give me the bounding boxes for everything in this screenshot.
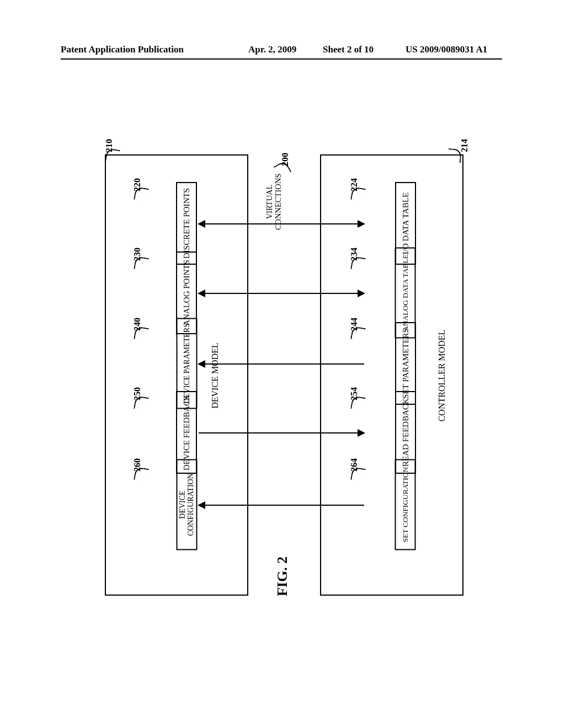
figure-caption: FIG. 2: [274, 556, 291, 596]
ctrl-item-set-configuration: SET CONFIGURATION: [395, 459, 416, 550]
arrow-4: [199, 432, 364, 433]
header-sheet: Sheet 2 of 10: [323, 44, 374, 55]
arrow-3: [199, 363, 364, 365]
arrowhead-left-icon: [198, 290, 205, 297]
device-model-title: DEVICE MODEL: [210, 342, 220, 409]
arrowhead-right-icon: [358, 220, 365, 228]
controller-model-title: CONTROLLER MODEL: [437, 330, 447, 422]
header-rule: [61, 58, 502, 60]
arrow-5: [199, 505, 364, 506]
arrow-2: [199, 293, 364, 294]
figure-2: DEVICE MODEL CONTROLLER MODEL DISCRETE P…: [88, 132, 475, 607]
arrowhead-left-icon: [198, 360, 205, 368]
header-date: Apr. 2, 2009: [248, 44, 296, 55]
arrow-1: [199, 223, 364, 224]
device-item-device-configuration: DEVICECONFIGURATION: [177, 459, 198, 550]
patent-page: Patent Application Publication Apr. 2, 2…: [61, 44, 502, 656]
ref-214: 214: [460, 139, 470, 152]
header-left: Patent Application Publication: [61, 44, 184, 55]
arrowhead-left-icon: [198, 220, 205, 228]
header-pubno: US 2009/0089031 A1: [406, 44, 487, 55]
arrowhead-left-icon: [198, 501, 205, 509]
arrowhead-right-icon: [358, 290, 365, 297]
virtual-connections-label: VIRTUALCONNECTIONS: [265, 174, 283, 230]
arrowhead-right-icon: [358, 429, 365, 437]
